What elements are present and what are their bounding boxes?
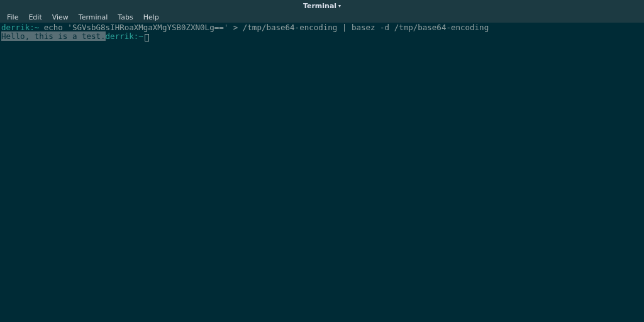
menu-file[interactable]: File [3,12,23,23]
terminal-output-area[interactable]: derrik:~ echo 'SGVsbG8sIHRoaXMgaXMgYSB0Z… [0,23,644,42]
terminal-line-1: derrik:~ echo 'SGVsbG8sIHRoaXMgaXMgYSB0Z… [1,23,643,32]
window-titlebar: Terminal ▾ [0,0,644,11]
command-output: Hello, this is a test. [1,31,106,41]
menu-terminal[interactable]: Terminal [74,12,113,23]
terminal-line-2: Hello, this is a test.derrik:~ [1,32,643,41]
menu-tabs[interactable]: Tabs [113,12,137,23]
menubar: File Edit View Terminal Tabs Help [0,11,644,23]
menu-help[interactable]: Help [139,12,164,23]
shell-prompt: derrik:~ [106,31,143,41]
title-dropdown-icon[interactable]: ▾ [338,3,341,9]
menu-view[interactable]: View [48,12,73,23]
window-title: Terminal [303,2,336,10]
cursor-icon [145,34,149,42]
menu-edit[interactable]: Edit [24,12,46,23]
shell-command: echo 'SGVsbG8sIHRoaXMgaXMgYSB0ZXN0Lg==' … [39,23,489,32]
shell-prompt: derrik:~ [1,23,39,32]
